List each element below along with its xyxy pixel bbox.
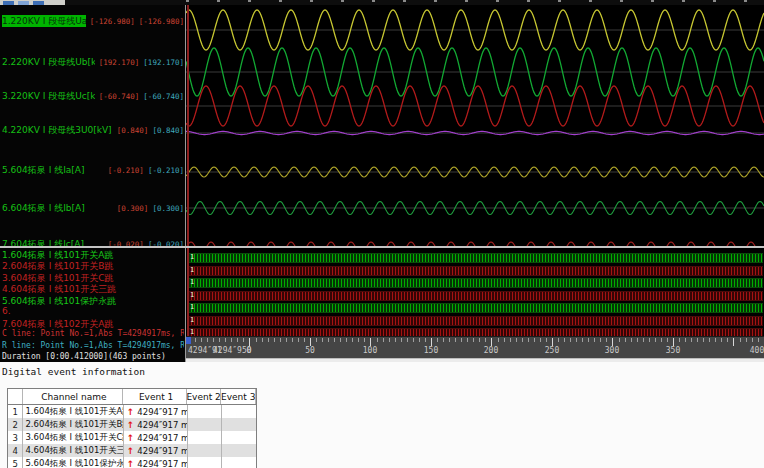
analog-channel-row[interactable]: 4.220KV I 段母线3U0[kV][0.840][0.840] <box>2 124 184 136</box>
event1-cell: ↑4294″917 ms <box>124 457 188 468</box>
channel-name-cell: 2.604拓泉 I 线101开关B跳 <box>23 418 123 431</box>
event1-cell: ↑4294″917 ms <box>124 431 188 444</box>
analog-channel-row[interactable]: 2.220KV I 段母线Ub[kV][192.170][192.170] <box>2 56 184 68</box>
channel-label-panel: C line: Point No.=1,Abs T=4294917ms, Rel… <box>0 5 186 362</box>
digital-bar-value: 1 <box>190 328 194 336</box>
event-table: Channel nameEvent 1Event 2Event 311.604拓… <box>7 388 257 468</box>
column-header: Event 3 <box>221 389 256 404</box>
waveform-plot-area[interactable]: 1111111 <box>186 5 764 336</box>
event1-time: 4294″917 ms <box>137 433 187 443</box>
table-row[interactable]: 33.604拓泉 I 线101开关C跳↑4294″917 ms <box>8 431 256 444</box>
digital-channel-row[interactable]: 5.604拓泉 I 线101保护永跳 <box>2 295 184 306</box>
row-number-cell: 4 <box>8 444 23 457</box>
ruler-label: 200 <box>484 346 498 355</box>
digital-bar: 1 <box>188 303 763 313</box>
digital-channel-row[interactable]: 6. <box>2 306 184 317</box>
column-header: Event 2 <box>187 389 222 404</box>
trip-up-arrow-icon: ↑ <box>127 446 135 456</box>
cursor-c-value: [0.300] <box>117 204 149 213</box>
trip-up-arrow-icon: ↑ <box>127 459 135 468</box>
channel-name-cell: 1.604拓泉 I 线101开关A跳 <box>23 405 123 418</box>
event2-cell <box>188 405 223 418</box>
digital-event-panel: Digital event information Channel nameEv… <box>0 362 764 468</box>
digital-channel-row[interactable]: 7.604拓泉 I 线102开关A跳 <box>2 318 184 329</box>
waveform-analyzer-window: C line: Point No.=1,Abs T=4294917ms, Rel… <box>0 0 764 468</box>
column-header: Event 1 <box>123 389 187 404</box>
ruler-label: 250 <box>545 346 559 355</box>
analog-channel-row[interactable]: 5.604拓泉 I 线Ia[A][-0.210][-0.210] <box>2 164 184 176</box>
event2-cell <box>188 457 223 468</box>
event2-cell <box>188 418 223 431</box>
event1-time: 4294″917 ms <box>137 459 187 468</box>
digital-bar: 1 <box>188 253 763 263</box>
time-ruler[interactable]: 4294″914294″950050100150200250300350400 <box>186 336 764 359</box>
ruler-label: 100 <box>363 346 377 355</box>
channel-name-cell: 5.604拓泉 I 线101保护永跳 <box>23 457 123 468</box>
table-row[interactable]: 11.604拓泉 I 线101开关A跳↑4294″917 ms <box>8 405 256 418</box>
event3-cell <box>222 431 256 444</box>
channel-name-cell: 3.604拓泉 I 线101开关C跳 <box>23 431 123 444</box>
row-number-header <box>8 389 23 404</box>
status-duration: Duration [0:00.412000](463 points) <box>2 352 184 361</box>
table-row[interactable]: 55.604拓泉 I 线101保护永跳↑4294″917 ms <box>8 457 256 468</box>
analog-channel-label: 4.220KV I 段母线3U0[kV] <box>2 124 113 136</box>
digital-channel-row[interactable]: 1.604拓泉 I 线101开关A跳 <box>2 249 184 260</box>
event1-cell: ↑4294″917 ms <box>124 418 188 431</box>
event1-time: 4294″917 ms <box>137 420 187 430</box>
digital-bar: 1 <box>188 316 763 326</box>
digital-channel-row[interactable]: 3.604拓泉 I 线101开关C跳 <box>2 272 184 283</box>
analog-channel-label: 2.220KV I 段母线Ub[kV] <box>2 56 95 68</box>
status-c-line: C line: Point No.=1,Abs T=4294917ms, Rel… <box>2 329 184 338</box>
event3-cell <box>222 405 256 418</box>
cursor-line[interactable] <box>187 5 189 336</box>
analog-channel-row[interactable]: 1.220KV I 段母线Ua[kV][-126.980][-126.980] <box>2 15 184 27</box>
analog-channel-label: 1.220KV I 段母线Ua[kV] <box>2 15 86 27</box>
digital-event-title: Digital event information <box>2 366 145 377</box>
row-number-cell: 1 <box>8 405 23 418</box>
cursor-c-value: [0.840] <box>117 126 149 135</box>
event1-cell: ↑4294″917 ms <box>124 444 188 457</box>
clipped-toolbar-edge <box>186 0 764 2</box>
ruler-label: 50 <box>305 346 315 355</box>
ruler-label: 0 <box>247 346 252 355</box>
digital-bar-value: 1 <box>190 266 194 274</box>
event3-cell <box>222 418 256 431</box>
row-number-cell: 5 <box>8 457 23 468</box>
event2-cell <box>188 431 223 444</box>
table-row[interactable]: 22.604拓泉 I 线101开关B跳↑4294″917 ms <box>8 418 256 431</box>
analog-channel-label: 6.604拓泉 I 线Ib[A] <box>2 202 113 214</box>
cursor-r-value: [192.170] <box>143 58 184 67</box>
digital-bar-value: 1 <box>190 278 194 286</box>
analog-channel-label: 3.220KV I 段母线Uc[kV] <box>2 90 95 102</box>
cursor-r-value: [-60.740] <box>143 92 184 101</box>
table-header-row: Channel nameEvent 1Event 2Event 3 <box>8 389 256 405</box>
table-row[interactable]: 44.604拓泉 I 线101开关三跳↑4294″917 ms <box>8 444 256 457</box>
trip-up-arrow-icon: ↑ <box>127 420 135 430</box>
digital-channel-row[interactable]: 2.604拓泉 I 线101开关B跳 <box>2 260 184 271</box>
digital-bar: 1 <box>188 328 763 336</box>
ruler-label: 350 <box>666 346 680 355</box>
cursor-r-value: [0.840] <box>152 126 184 135</box>
analog-channel-row[interactable]: 6.604拓泉 I 线Ib[A][0.300][0.300] <box>2 202 184 214</box>
row-number-cell: 3 <box>8 431 23 444</box>
digital-channel-row[interactable]: 4.604拓泉 I 线101开关三跳 <box>2 283 184 294</box>
trip-up-arrow-icon: ↑ <box>127 407 135 417</box>
analog-channel-row[interactable]: 3.220KV I 段母线Uc[kV][-60.740][-60.740] <box>2 90 184 102</box>
ruler-cursor-marker-icon[interactable] <box>186 337 191 344</box>
status-r-line: R line: Point No.=1,Abs T=4294917ms, Rel… <box>2 341 184 350</box>
ruler-label: 400 <box>750 346 764 355</box>
digital-bar: 1 <box>188 278 763 288</box>
trip-up-arrow-icon: ↑ <box>127 433 135 443</box>
column-header: Channel name <box>23 389 123 404</box>
event3-cell <box>222 444 256 457</box>
analog-waveforms <box>186 5 764 247</box>
digital-bar-value: 1 <box>190 303 194 311</box>
cursor-r-value: [-0.210] <box>148 166 184 175</box>
channel-name-cell: 4.604拓泉 I 线101开关三跳 <box>23 444 123 457</box>
cursor-c-value: [-0.210] <box>108 166 144 175</box>
digital-bar-value: 1 <box>190 291 194 299</box>
cursor-r-value: [0.300] <box>152 204 184 213</box>
digital-bar-value: 1 <box>190 316 194 324</box>
ruler-label: 150 <box>424 346 438 355</box>
digital-bar-value: 1 <box>190 253 194 261</box>
